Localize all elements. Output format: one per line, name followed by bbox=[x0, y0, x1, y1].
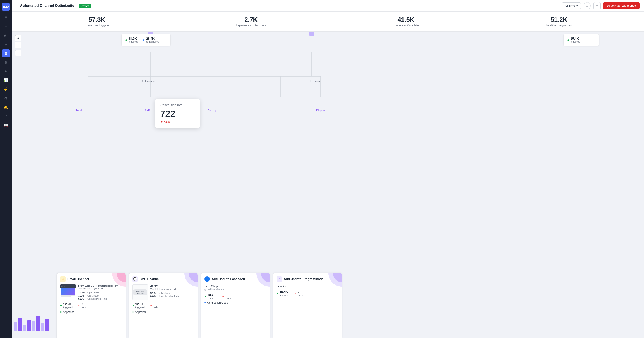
exits-stat: → 0 exits bbox=[78, 302, 87, 309]
time-filter-dropdown[interactable]: All Time ▾ bbox=[562, 3, 581, 9]
header: ‹ Automated Channel Optimization Active … bbox=[12, 0, 644, 12]
sidebar-icon-table[interactable]: ≋ bbox=[2, 67, 10, 75]
trigger-node-right-stats: ● 15.4K triggered bbox=[567, 37, 596, 43]
change-icon: ▼ bbox=[160, 120, 163, 124]
unsub-rate-row: 0.0% Unsubscribe Rate bbox=[150, 295, 194, 298]
zoom-out-button[interactable]: − bbox=[15, 42, 22, 48]
thumb-dot bbox=[62, 286, 63, 287]
triggered-value: 38.9K bbox=[128, 37, 138, 40]
edit-button[interactable]: ✏ bbox=[594, 2, 600, 10]
trigger-node-stats: ● 38.9K triggered ▲ 28.4K re-identified bbox=[125, 37, 167, 43]
programmatic-card-title: Add User to Programmatic bbox=[284, 277, 323, 281]
triggered-val: 15.4K bbox=[280, 290, 289, 294]
stat-label: Experiences Completed bbox=[392, 24, 420, 27]
sidebar-icon-help[interactable]: ? bbox=[2, 112, 10, 120]
sidebar-icon-add[interactable]: ⊕ bbox=[2, 58, 10, 66]
email-card-status: Approved bbox=[60, 310, 122, 313]
page-title: Automated Channel Optimization bbox=[20, 4, 76, 8]
sms-card-title: SMS Channel bbox=[140, 277, 160, 281]
info-button[interactable]: ℹ bbox=[584, 2, 591, 10]
card-title-row: 💬 SMS Channel bbox=[132, 276, 160, 282]
fit-view-button[interactable]: ⛶ bbox=[15, 50, 22, 56]
sms-channel-icon: 💬 bbox=[132, 276, 138, 282]
stat-value: 57.3K bbox=[84, 16, 110, 23]
email-channel-label: Email bbox=[76, 109, 82, 112]
green-dot-icon: ● bbox=[276, 292, 278, 295]
mini-bar bbox=[45, 319, 49, 331]
channels-count-label-right: 1 channel bbox=[310, 80, 321, 83]
card-decoration bbox=[252, 273, 270, 291]
mini-bar bbox=[41, 323, 44, 331]
green-dot-icon: ● bbox=[132, 304, 134, 307]
email-thumbnail bbox=[60, 284, 76, 300]
exits-val: 0 bbox=[298, 290, 303, 294]
triggered-value-right: 15.4K bbox=[570, 37, 580, 40]
unsub-rate-label: Unsubscribe Rate bbox=[87, 297, 107, 300]
back-button[interactable]: ‹ bbox=[16, 4, 17, 8]
email-card-title: Email Channel bbox=[68, 277, 89, 281]
sms-channel-label: SMS bbox=[145, 109, 151, 112]
programmatic-channel-icon: ◻ bbox=[276, 276, 282, 282]
card-title-row: f Add User to Facebook bbox=[204, 276, 245, 282]
svg-rect-10 bbox=[310, 32, 314, 36]
exits-stat: → 0 exits bbox=[222, 293, 231, 299]
sidebar-icon-grid[interactable]: ⊞ bbox=[2, 14, 10, 22]
display-channel-label-right: Display bbox=[316, 109, 325, 112]
sidebar-icon-active[interactable]: ⊞ bbox=[2, 49, 10, 57]
thumb-dot bbox=[61, 286, 62, 287]
sidebar-icon-chart[interactable]: 📊 bbox=[2, 76, 10, 84]
unsub-rate-value: 0.1% bbox=[78, 297, 86, 300]
sidebar-icon-settings[interactable]: ⚙ bbox=[2, 94, 10, 102]
sidebar-icon-book[interactable]: 📖 bbox=[2, 121, 10, 129]
connection-status-label: Connection Good bbox=[207, 301, 228, 304]
sms-bubble: You left this in your cart bbox=[133, 289, 147, 295]
facebook-connection-status: Connection Good bbox=[204, 301, 266, 304]
triggered-stat: ● 12.9K triggered bbox=[60, 302, 73, 309]
sidebar-icon-send[interactable]: ✈ bbox=[2, 40, 10, 49]
main-content: ‹ Automated Channel Optimization Active … bbox=[12, 0, 644, 338]
click-rate-row: 3.1% Click Rate bbox=[150, 292, 194, 294]
red-dot-icon: → bbox=[78, 304, 80, 307]
sidebar-icon-target[interactable]: ◎ bbox=[2, 31, 10, 40]
triggered-lbl: triggered bbox=[280, 294, 289, 296]
status-dot bbox=[204, 302, 206, 303]
mini-bar bbox=[32, 321, 36, 331]
mini-bar bbox=[18, 318, 22, 331]
email-channel-icon: ✉ bbox=[60, 276, 66, 282]
triggered-lbl: triggered bbox=[135, 306, 145, 309]
thumb-line bbox=[61, 295, 76, 296]
mini-bar bbox=[27, 320, 31, 331]
channels-count-label: 3 channels bbox=[142, 80, 154, 83]
sidebar: ZETA ⊞ ≡ ◎ ✈ ⊞ ⊕ ≋ 📊 ⚡ ⚙ 🔔 ? 📖 bbox=[0, 0, 12, 338]
exits-val: 0 bbox=[82, 302, 87, 306]
triggered-val: 12.8K bbox=[135, 302, 145, 306]
reidentified-stat: ▲ 28.4K re-identified bbox=[142, 37, 159, 43]
sidebar-icon-list[interactable]: ≡ bbox=[2, 23, 10, 31]
triggered-label-right: triggered bbox=[570, 40, 580, 43]
card-title-row: ◻ Add User to Programmatic bbox=[276, 276, 323, 282]
mini-bar-chart bbox=[12, 309, 52, 331]
edit-icon: ✏ bbox=[596, 4, 598, 8]
stat-experiences-completed: 41.5K Experiences Completed bbox=[392, 16, 420, 27]
email-channel-card: ✉ Email Channel ··· bbox=[56, 273, 126, 338]
open-rate-value: 31.2% bbox=[78, 291, 86, 294]
sidebar-icon-bell[interactable]: 🔔 bbox=[2, 103, 10, 111]
status-badge: Active bbox=[79, 4, 91, 8]
exits-lbl: exits bbox=[82, 306, 87, 309]
thumb-line bbox=[61, 296, 71, 297]
status-dot bbox=[60, 311, 62, 313]
deactivate-button[interactable]: Deactivate Experience bbox=[603, 2, 640, 9]
display-channel-label: Display bbox=[208, 109, 216, 112]
click-rate-value: 7.1% bbox=[78, 294, 86, 297]
sidebar-icon-bolt[interactable]: ⚡ bbox=[2, 85, 10, 93]
facebook-card-title: Add User to Facebook bbox=[212, 277, 245, 281]
unsub-rate-row: 0.1% Unsubscribe Rate bbox=[78, 297, 122, 300]
open-rate-label: Open Rate bbox=[87, 291, 99, 294]
chevron-down-icon: ▾ bbox=[576, 4, 578, 8]
zoom-in-button[interactable]: + bbox=[15, 35, 22, 42]
triggered-stat: ● 38.9K triggered bbox=[125, 37, 138, 43]
facebook-card-stats: ● 13.2K triggered → 0 exits bbox=[204, 293, 266, 299]
trigger-node-right: ● 15.4K triggered bbox=[564, 34, 599, 46]
triggered-stat: ● 12.8K triggered bbox=[132, 302, 145, 309]
triggered-stat-right: ● 15.4K triggered bbox=[567, 37, 580, 43]
